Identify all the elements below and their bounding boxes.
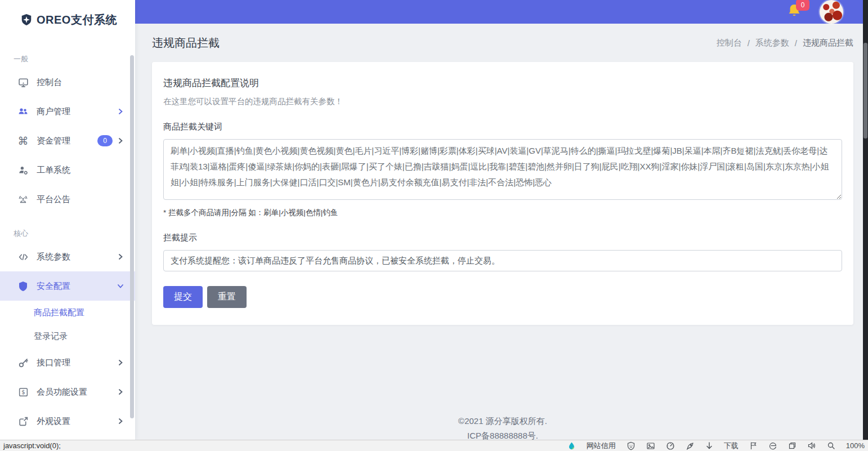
- sidebar-item-label: 资金管理: [37, 136, 70, 146]
- sidebar-section-general: 一般: [0, 39, 135, 68]
- notification-count-badge: 0: [796, 0, 809, 11]
- svg-text:$: $: [21, 389, 25, 395]
- chevron-right-icon: [117, 359, 124, 366]
- rocket-icon[interactable]: [686, 441, 695, 450]
- command-icon: ⌘: [17, 135, 29, 148]
- sidebar-item-ticket[interactable]: 工单系统: [0, 155, 135, 185]
- ie-browser-icon[interactable]: [768, 441, 777, 450]
- keywords-label: 商品拦截关键词: [163, 122, 842, 132]
- down-arrow-icon[interactable]: [705, 441, 713, 450]
- notification-bell-button[interactable]: 0: [787, 2, 804, 21]
- breadcrumb-item-console[interactable]: 控制台: [717, 38, 742, 48]
- intercept-config-card: 违规商品拦截配置说明 在这里您可以设置平台的违规商品拦截有关参数！ 商品拦截关键…: [152, 62, 853, 325]
- app-title: OREO支付系统: [37, 12, 117, 28]
- code-icon: [17, 252, 29, 262]
- browser-scrollbar[interactable]: [863, 0, 868, 440]
- search-zoom-icon[interactable]: [827, 441, 835, 450]
- sidebar-item-label: 控制台: [37, 77, 62, 88]
- breadcrumb-item-current: 违规商品拦截: [803, 38, 853, 48]
- sidebar-item-api[interactable]: 接口管理: [0, 348, 135, 377]
- browser-statusbar: javascript:void(0); 网站信用: [0, 440, 868, 451]
- zoom-level-button[interactable]: 100%: [846, 441, 865, 450]
- users-icon: [17, 106, 29, 117]
- shield-star-logo-icon: [20, 14, 33, 26]
- statusbar-tools: 网站信用 下载: [567, 441, 865, 451]
- site-credit-button[interactable]: 网站信用: [587, 441, 616, 451]
- chevron-right-icon: [117, 253, 124, 260]
- keywords-textarea[interactable]: 刷单|小视频|直播|钓鱼|黄色小视频|黄色视频|黄色|毛片|习近平|博彩|赌博|…: [163, 139, 842, 200]
- speed-gauge-icon[interactable]: [666, 441, 675, 450]
- sidebar-item-label: 外观设置: [37, 416, 70, 427]
- chevron-right-icon: [117, 418, 124, 425]
- breadcrumb-item-system-params[interactable]: 系统参数: [755, 38, 789, 48]
- button-row: 提交 重置: [163, 286, 842, 308]
- sidebar-item-merchant[interactable]: 商户管理: [0, 97, 135, 126]
- chevron-right-icon: [117, 137, 124, 144]
- sidebar-item-system-params[interactable]: 系统参数: [0, 242, 135, 271]
- sidebar-subitem-login-records[interactable]: 登录记录: [0, 324, 135, 348]
- sidebar-item-label: 接口管理: [37, 358, 70, 368]
- breadcrumb-separator: /: [748, 38, 750, 48]
- page-footer: ©2021 源分享版权所有. ICP备88888888号.: [152, 414, 853, 443]
- sidebar-item-label: 安全配置: [37, 281, 70, 292]
- main-region: OREO支付系统 一般 控制台 商户管理: [0, 0, 868, 440]
- breadcrumb-separator: /: [795, 38, 797, 48]
- download-button[interactable]: 下载: [724, 441, 739, 451]
- user-avatar[interactable]: [820, 0, 843, 24]
- shield-safety-icon[interactable]: [627, 441, 636, 450]
- sidebar-item-label: 会员功能设置: [37, 387, 87, 398]
- card-heading: 违规商品拦截配置说明: [163, 77, 842, 90]
- prompt-input[interactable]: [163, 250, 842, 271]
- copyright-text: ©2021 源分享版权所有.: [152, 414, 853, 428]
- breadcrumb: 控制台 / 系统参数 / 违规商品拦截: [717, 38, 853, 48]
- shield-icon: [17, 281, 29, 292]
- page-title: 违规商品拦截: [152, 35, 220, 51]
- sidebar-item-label: 系统参数: [37, 252, 70, 262]
- user-gear-icon: [17, 165, 29, 176]
- sidebar-section-core: 核心: [0, 214, 135, 242]
- card-description: 在这里您可以设置平台的违规商品拦截有关参数！: [163, 96, 842, 107]
- dollar-box-icon: $: [17, 387, 29, 398]
- monitor-icon: [17, 77, 29, 88]
- sidebar-item-console[interactable]: 控制台: [0, 68, 135, 97]
- sidebar-item-label: 商户管理: [37, 106, 70, 117]
- funds-count-badge: 0: [97, 135, 113, 146]
- sidebar-item-funds[interactable]: ⌘ 资金管理 0: [0, 126, 135, 155]
- app-logo[interactable]: OREO支付系统: [0, 0, 135, 39]
- sidebar-item-label: 平台公告: [37, 194, 70, 205]
- page-header: 违规商品拦截 控制台 / 系统参数 / 违规商品拦截: [152, 24, 853, 62]
- app-root: OREO支付系统 一般 控制台 商户管理: [0, 0, 868, 451]
- image-block-icon[interactable]: [646, 441, 655, 450]
- key-icon: [17, 358, 29, 368]
- right-column: 0 违规商品拦截 控制台 / 系统参数 / 违规商品拦截 违规商品拦截配置: [135, 0, 868, 440]
- browser-scrollbar-thumb[interactable]: [863, 43, 867, 139]
- sidebar-item-security[interactable]: 安全配置: [0, 271, 135, 301]
- layout-external-icon: [17, 416, 29, 427]
- topbar: 0: [135, 0, 868, 24]
- flag-icon[interactable]: [749, 441, 758, 450]
- sidebar-item-appearance[interactable]: 外观设置: [0, 407, 135, 436]
- broadcast-icon: [17, 194, 29, 205]
- sidebar-subitem-product-block-config[interactable]: 商品拦截配置: [0, 301, 135, 324]
- sidebar-item-announcement[interactable]: 平台公告: [0, 185, 135, 214]
- sidebar-scrollbar-thumb[interactable]: [130, 55, 134, 418]
- speaker-icon[interactable]: [807, 441, 816, 450]
- sidebar-item-member-settings[interactable]: $ 会员功能设置: [0, 377, 135, 407]
- sidebar-item-label: 工单系统: [37, 165, 70, 176]
- statusbar-link-text: javascript:void(0);: [3, 441, 61, 450]
- chevron-down-icon: [117, 283, 124, 289]
- chevron-right-icon: [117, 389, 124, 395]
- chevron-right-icon: [117, 108, 124, 115]
- window-restore-icon[interactable]: [788, 441, 797, 450]
- keywords-hint: * 拦截多个商品请用|分隔 如：刷单|小视频|色情|钓鱼: [163, 208, 842, 218]
- submit-button[interactable]: 提交: [163, 286, 203, 308]
- water-drop-icon[interactable]: [567, 441, 576, 450]
- sidebar: OREO支付系统 一般 控制台 商户管理: [0, 0, 135, 440]
- prompt-label: 拦截提示: [163, 233, 842, 243]
- content-area: 违规商品拦截 控制台 / 系统参数 / 违规商品拦截 违规商品拦截配置说明 在这…: [135, 24, 868, 443]
- reset-button[interactable]: 重置: [207, 286, 247, 308]
